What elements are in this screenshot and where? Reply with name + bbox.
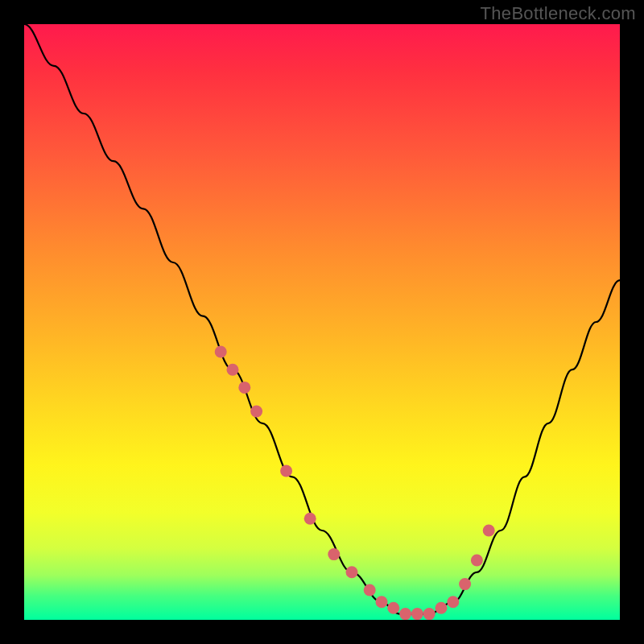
marker-dot [304, 513, 316, 525]
marker-dot [411, 608, 423, 620]
bottleneck-curve-svg [24, 24, 620, 620]
marker-dot [227, 364, 239, 376]
chart-plot-area [24, 24, 620, 620]
watermark-text: TheBottleneck.com [481, 3, 636, 24]
marker-dots [215, 346, 495, 621]
marker-dot [346, 566, 358, 578]
bottleneck-curve [24, 24, 620, 614]
marker-dot [364, 584, 376, 597]
marker-dot [459, 578, 471, 590]
marker-dot [447, 596, 459, 608]
marker-dot [399, 608, 411, 620]
marker-dot [423, 608, 436, 620]
marker-dot [238, 382, 250, 394]
marker-dot [328, 548, 340, 560]
marker-dot [471, 555, 483, 567]
marker-dot [250, 406, 262, 418]
marker-dot [387, 602, 399, 614]
marker-dot [215, 346, 227, 358]
marker-dot [483, 525, 495, 537]
marker-dot [280, 465, 292, 477]
marker-dot [376, 596, 388, 608]
marker-dot [436, 602, 448, 614]
